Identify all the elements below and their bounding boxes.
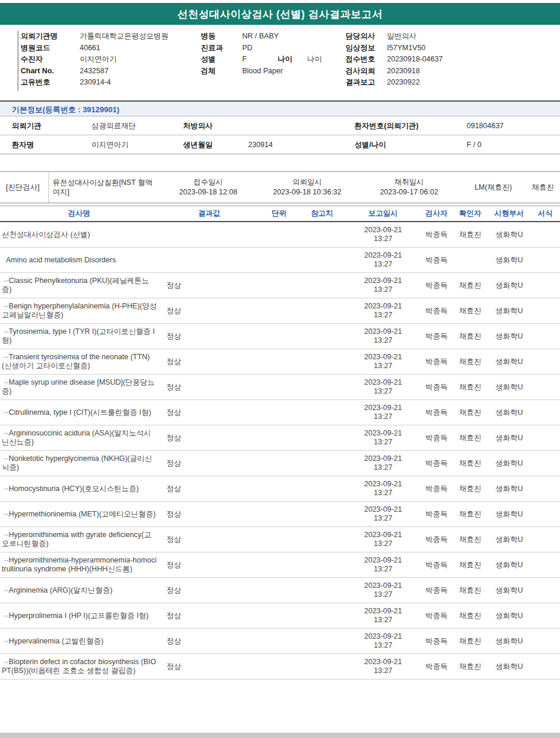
diagnosis-test-name: 유전성대사이상질환[NST 혈액여지] xyxy=(49,175,159,199)
column-header: 보고일시 xyxy=(346,209,421,219)
result-row: ··Citrullinemia, type I (CIT)(시트룰린혈증 I형)… xyxy=(0,400,560,425)
info-field: 검사의뢰20230918 xyxy=(346,66,443,77)
report-time: 13:27 xyxy=(346,463,421,472)
result-value: 정상 xyxy=(158,306,260,316)
confirmer: 채효진 xyxy=(452,434,488,443)
confirmer: 채효진 xyxy=(452,485,488,493)
test-name: ··Hyperornithinemia with gyrate deficien… xyxy=(0,527,158,552)
result-value: 정상 xyxy=(158,662,260,672)
field-label: 의뢰기관명 xyxy=(21,31,80,43)
result-value: 정상 xyxy=(158,535,260,545)
report-datetime: 2023-09-21 13:27 xyxy=(346,556,421,574)
report-date: 2023-09-21 xyxy=(346,302,421,311)
tester: 박종득 xyxy=(421,408,452,417)
result-row: ··Benign hyperphenylalaninemia (H-PHE)(양… xyxy=(0,298,560,324)
report-time: 13:27 xyxy=(346,285,421,294)
result-row: ··Transient tyrosinemia of the neonate (… xyxy=(0,349,560,375)
report-datetime: 2023-09-21 13:27 xyxy=(346,226,421,243)
test-name: ··Argininosuccinic aciduria (ASA)(알지노석시닌… xyxy=(0,425,158,450)
report-date: 2023-09-21 xyxy=(346,454,421,463)
field-label: 담당의사 xyxy=(346,31,387,43)
report-time: 13:27 xyxy=(346,539,421,548)
report-date: 2023-09-21 xyxy=(346,607,421,616)
tester: 박종득 xyxy=(421,256,452,265)
column-header: 검사자 xyxy=(421,209,452,219)
column-header: 시행부서 xyxy=(488,209,530,219)
info-field: 결과보고20230922 xyxy=(346,77,443,89)
column-header: 결과값 xyxy=(158,209,260,219)
column-header: 단위 xyxy=(260,209,298,219)
department: 생화학U xyxy=(488,459,530,468)
report-datetime: 2023-09-21 13:27 xyxy=(346,505,421,523)
confirmer: 채효진 xyxy=(452,612,488,620)
department: 생화학U xyxy=(488,256,530,265)
test-name: ··Citrullinemia, type I (CIT)(시트룰린혈증 I형) xyxy=(0,405,158,421)
receipt-label: 접수일시 xyxy=(159,177,257,187)
report-time: 13:27 xyxy=(346,387,421,396)
report-datetime: 2023-09-21 13:27 xyxy=(346,531,421,548)
tester: 박종득 xyxy=(421,332,452,341)
tester: 박종득 xyxy=(421,586,452,595)
result-value: 정상 xyxy=(158,509,260,519)
receipt-datetime: 접수일시 2023-09-18 12:08 xyxy=(159,177,257,197)
confirmer: 채효진 xyxy=(452,230,488,239)
confirmer: 채효진 xyxy=(452,357,488,366)
result-row: ··Hypervalinemia (고발린혈증) 정상 2023-09-21 1… xyxy=(0,629,560,654)
test-name: ··Nonketotic hyperglycinemia (NKHG)(글리신뇌… xyxy=(0,451,158,476)
result-row: ··Hyperornithinemia-hyperammonemia-homoc… xyxy=(0,552,560,578)
collection-label: 채취일시 xyxy=(357,177,461,187)
report-datetime: 2023-09-21 13:27 xyxy=(346,658,421,675)
report-date: 2023-09-21 xyxy=(346,581,421,590)
info-field: 병동NR / BABY xyxy=(201,31,322,43)
confirmer: 채효진 xyxy=(452,408,488,417)
department: 생화학U xyxy=(488,357,530,366)
result-value: 정상 xyxy=(158,459,260,469)
report-datetime: 2023-09-21 13:27 xyxy=(346,607,421,625)
field-value: Blood Paper xyxy=(242,67,283,75)
tester: 박종득 xyxy=(421,383,452,392)
collector: LM(채효진) xyxy=(461,183,526,193)
report-date: 2023-09-21 xyxy=(346,658,421,667)
test-name: ··Biopterin defect in cofactor biosynthe… xyxy=(0,654,158,679)
field-label: 성별/나이 xyxy=(354,135,386,154)
patient-header-col1: 의뢰기관명가톨릭대학교은평성모병원 병원코드40661 수진자이지연아기 Cha… xyxy=(21,31,168,89)
field-label: 병원코드 xyxy=(21,43,80,54)
result-row: ··Nonketotic hyperglycinemia (NKHG)(글리신뇌… xyxy=(0,451,560,476)
confirmer: 채효진 xyxy=(452,535,488,544)
info-field: 고유번호230914-4 xyxy=(21,77,168,89)
patient-header-col2: 병동NR / BABY 진료과PD 성별F나이나이 검체Blood Paper xyxy=(201,31,322,77)
field-label: 환자명 xyxy=(12,135,34,154)
page-bottom-edge xyxy=(0,733,560,738)
request-label: 의뢰일시 xyxy=(257,177,357,187)
report-time: 13:27 xyxy=(346,590,421,599)
result-value: 정상 xyxy=(158,408,260,418)
field-label: 검사의뢰 xyxy=(346,66,387,77)
verifier: 채효진 xyxy=(526,183,560,193)
info-field: 접수번호20230918-04637 xyxy=(346,54,443,66)
result-row: ··Homocystinuria (HCY)(호모시스틴뇨증) 정상 2023-… xyxy=(0,476,560,502)
diagnosis-row: [진단검사] 유전성대사이상질환[NST 혈액여지] 접수일시 2023-09-… xyxy=(0,171,560,203)
field-value: NR / BABY xyxy=(242,32,279,40)
field-value: 230914-4 xyxy=(80,78,111,86)
collection-datetime: 채취일시 2023-09-17 06:02 xyxy=(357,177,461,197)
test-name: ··Homocystinuria (HCY)(호모시스틴뇨증) xyxy=(0,481,158,497)
result-row: Amino acid metabolism Disorders 2023-09-… xyxy=(0,248,560,273)
field-value: PD xyxy=(242,44,252,52)
report-title: 선천성대사이상검사 (선별) 검사결과보고서 xyxy=(177,7,382,21)
department: 생화학U xyxy=(488,332,530,341)
field-value: 20230918 xyxy=(387,67,420,75)
result-value: 정상 xyxy=(158,636,260,646)
department: 생화학U xyxy=(488,561,530,570)
department: 생화학U xyxy=(488,612,530,620)
info-field: Chart No.2432587 xyxy=(21,66,168,77)
department: 생화학U xyxy=(488,586,530,595)
report-date: 2023-09-21 xyxy=(346,531,421,539)
test-name: ··Hypermethioninemia (MET)(고메티오닌혈증) xyxy=(0,506,158,522)
report-datetime: 2023-09-21 13:27 xyxy=(346,378,421,396)
tester: 박종득 xyxy=(421,662,452,671)
report-date: 2023-09-21 xyxy=(346,429,421,438)
report-time: 13:27 xyxy=(346,260,421,269)
test-name: Amino acid metabolism Disorders xyxy=(0,252,158,268)
field-label: 성별 xyxy=(201,54,242,66)
tester: 박종득 xyxy=(421,357,452,366)
